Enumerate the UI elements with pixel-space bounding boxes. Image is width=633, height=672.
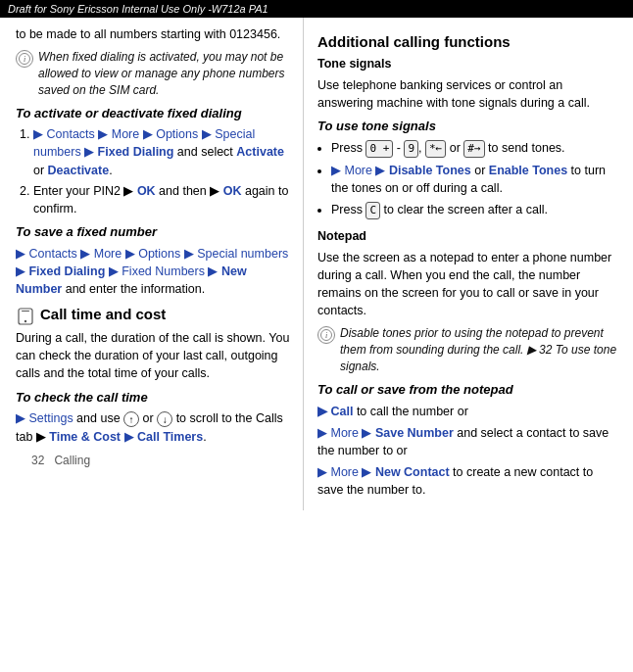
svg-text:i: i <box>24 55 25 64</box>
svg-point-3 <box>24 320 26 322</box>
save-path: ▶ Contacts ▶ More ▶ Options ▶ Special nu… <box>16 245 291 298</box>
call-save-notepad-heading: To call or save from the notepad <box>317 381 621 400</box>
footer: 32 Calling <box>16 450 291 471</box>
save-heading: To save a fixed number <box>16 223 291 242</box>
use-tone-signals-heading: To use tone signals <box>317 118 621 136</box>
info-icon-2: i <box>317 326 335 344</box>
call-cost-heading: Call time and cost <box>40 306 166 322</box>
activate-steps: ▶ Contacts ▶ More ▶ Options ▶ Special nu… <box>16 125 291 217</box>
key-c: C <box>365 202 380 219</box>
scroll-up-icon: ↑ <box>123 411 139 427</box>
key-9: 9 <box>404 140 418 158</box>
note-2-text: Disable tones prior to using the notepad… <box>340 325 621 374</box>
page-num: 32 <box>31 454 44 467</box>
notepad-step-3: ▶ More ▶ New Contact to create a new con… <box>317 463 621 499</box>
tone-signals-text: Use telephone banking services or contro… <box>317 76 621 112</box>
tone-bullet-1: Press 0 + - 9, *← or #→ to send tones. <box>331 139 621 158</box>
tone-signals-heading: Tone signals <box>317 55 621 72</box>
notepad-step-1: ▶ Call to call the number or <box>317 403 621 420</box>
check-call-time-path: ▶ Settings and use ↑ or ↓ to scroll to t… <box>16 409 291 445</box>
notepad-heading: Notepad <box>317 227 621 245</box>
header-text: Draft for Sony Ericsson Internal Use Onl… <box>8 3 268 15</box>
phone-icon <box>16 307 35 326</box>
info-icon-1: i <box>16 50 33 68</box>
tone-bullets: Press 0 + - 9, *← or #→ to send tones. ▶… <box>317 139 621 219</box>
call-cost-text: During a call, the duration of the call … <box>16 329 291 382</box>
notepad-step-2: ▶ More ▶ Save Number and select a contac… <box>317 424 621 459</box>
svg-text:i: i <box>325 331 327 340</box>
step-2: Enter your PIN2 ▶ OK and then ▶ OK again… <box>33 182 291 217</box>
right-column: Additional calling functions Tone signal… <box>304 18 633 510</box>
note-box-2: i Disable tones prior to using the notep… <box>317 325 621 374</box>
key-0plus: 0 + <box>365 140 393 158</box>
additional-calling-heading: Additional calling functions <box>317 33 621 50</box>
note-box-1: i When fixed dialing is activated, you m… <box>16 49 291 98</box>
call-time-section-header: Call time and cost <box>16 306 291 326</box>
svg-rect-4 <box>22 311 29 312</box>
step-1: ▶ Contacts ▶ More ▶ Options ▶ Special nu… <box>33 125 291 178</box>
tone-bullet-2: ▶ More ▶ Disable Tones or Enable Tones t… <box>331 162 621 197</box>
activate-heading: To activate or deactivate fixed dialing <box>16 105 291 123</box>
notepad-text: Use the screen as a notepad to enter a p… <box>317 249 621 320</box>
footer-label: Calling <box>54 454 90 467</box>
note-1-text: When fixed dialing is activated, you may… <box>38 49 291 98</box>
key-star: *← <box>425 140 446 158</box>
header: Draft for Sony Ericsson Internal Use Onl… <box>0 0 633 18</box>
tone-bullet-3: Press C to clear the screen after a call… <box>331 201 621 219</box>
intro-text: to be made to all numbers starting with … <box>16 25 291 43</box>
check-call-time-heading: To check the call time <box>16 389 291 408</box>
scroll-down-icon: ↓ <box>157 411 172 427</box>
left-column: to be made to all numbers starting with … <box>0 18 304 510</box>
key-hash: #→ <box>463 140 484 158</box>
